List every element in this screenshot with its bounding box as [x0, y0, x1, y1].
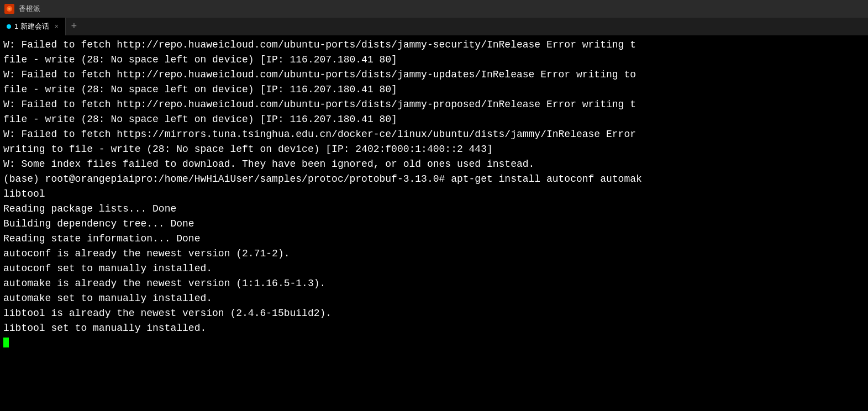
- terminal-line: automake set to manually installed.: [3, 291, 865, 306]
- terminal-line: file - write (28: No space left on devic…: [3, 52, 865, 67]
- new-tab-button[interactable]: +: [66, 18, 82, 35]
- terminal-line: W: Failed to fetch http://repo.huaweiclo…: [3, 97, 865, 112]
- terminal-line: libtool: [3, 187, 865, 202]
- tab-close-button[interactable]: ×: [55, 23, 59, 30]
- terminal-line: libtool set to manually installed.: [3, 321, 865, 336]
- terminal-cursor-line: [3, 336, 865, 351]
- terminal-cursor: [3, 338, 9, 347]
- terminal-line: Reading state information... Done: [3, 231, 865, 246]
- terminal-line: Building dependency tree... Done: [3, 217, 865, 231]
- terminal-line: W: Failed to fetch http://repo.huaweiclo…: [3, 38, 865, 52]
- terminal-line: file - write (28: No space left on devic…: [3, 82, 865, 97]
- tabbar: 1 新建会话 × +: [0, 18, 868, 35]
- terminal-line: W: Failed to fetch http://repo.huaweiclo…: [3, 67, 865, 82]
- terminal-line: automake is already the newest version (…: [3, 276, 865, 291]
- terminal-line: file - write (28: No space left on devic…: [3, 112, 865, 127]
- titlebar: 香橙派: [0, 0, 868, 18]
- svg-point-2: [8, 8, 10, 10]
- terminal-line: autoconf set to manually installed.: [3, 261, 865, 276]
- terminal-line: writing to file - write (28: No space le…: [3, 142, 865, 157]
- tab-indicator: [7, 24, 11, 29]
- terminal-output[interactable]: W: Failed to fetch http://repo.huaweiclo…: [0, 35, 868, 411]
- terminal-line: Reading package lists... Done: [3, 202, 865, 217]
- terminal-line: autoconf is already the newest version (…: [3, 246, 865, 261]
- terminal-line: (base) root@orangepiaipro:/home/HwHiAiUs…: [3, 172, 865, 187]
- terminal-line: W: Failed to fetch https://mirrors.tuna.…: [3, 127, 865, 142]
- tab-1[interactable]: 1 新建会话 ×: [0, 18, 66, 35]
- terminal-line: libtool is already the newest version (2…: [3, 306, 865, 321]
- app-icon: [4, 4, 14, 14]
- terminal-line: W: Some index files failed to download. …: [3, 157, 865, 172]
- tab-label: 1 新建会话: [14, 22, 49, 31]
- titlebar-title: 香橙派: [19, 4, 40, 14]
